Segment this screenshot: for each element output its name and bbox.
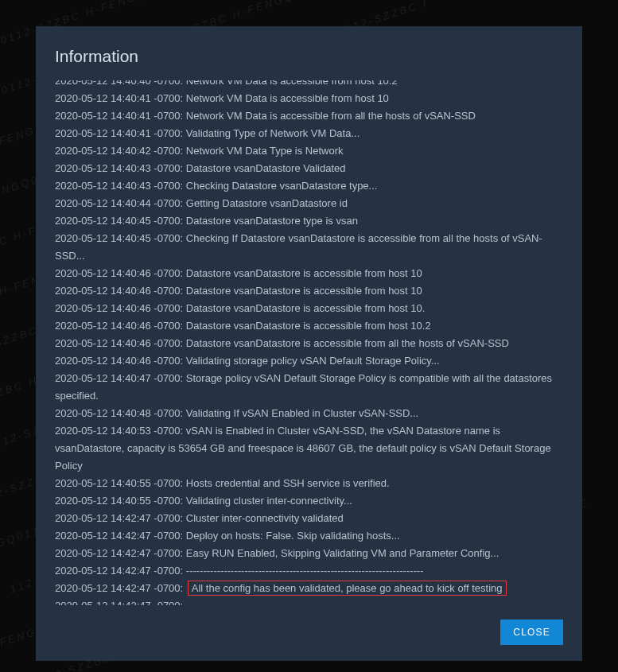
log-timestamp: 2020-05-12 14:40:43 -0700: [55, 162, 186, 174]
log-line: 2020-05-12 14:40:48 -0700: Validating If… [55, 405, 557, 422]
close-button[interactable]: CLOSE [500, 620, 563, 645]
log-line: 2020-05-12 14:40:41 -0700: Network VM Da… [55, 90, 557, 107]
log-line: 2020-05-12 14:40:47 -0700: Storage polic… [55, 370, 557, 405]
log-timestamp: 2020-05-12 14:42:47 -0700: [55, 512, 186, 524]
log-message: Datastore vsanDatastore is accessible fr… [186, 267, 422, 279]
log-timestamp: 2020-05-12 14:40:44 -0700: [55, 197, 186, 209]
log-message: Getting Datastore vsanDatastore id [186, 197, 348, 209]
log-timestamp: 2020-05-12 14:42:47 -0700: [55, 600, 186, 605]
log-timestamp: 2020-05-12 14:40:46 -0700: [55, 320, 186, 332]
log-line: 2020-05-12 14:40:40 -0700: Network VM Da… [55, 80, 557, 90]
log-timestamp: 2020-05-12 14:40:46 -0700: [55, 355, 186, 367]
log-timestamp: 2020-05-12 14:40:43 -0700: [55, 180, 186, 192]
log-line: 2020-05-12 14:40:46 -0700: Datastore vsa… [55, 300, 557, 317]
log-message: Network VM Data Type is Network [186, 145, 344, 157]
log-line: 2020-05-12 14:40:46 -0700: Datastore vsa… [55, 317, 557, 335]
log-timestamp: 2020-05-12 14:40:45 -0700: [55, 215, 186, 227]
log-message: Hosts credential and SSH service is veri… [186, 477, 390, 489]
log-timestamp: 2020-05-12 14:40:46 -0700: [55, 337, 186, 349]
log-timestamp: 2020-05-12 14:40:47 -0700: [55, 372, 186, 384]
log-timestamp: 2020-05-12 14:40:41 -0700: [55, 127, 186, 139]
log-timestamp: 2020-05-12 14:42:47 -0700: [55, 582, 186, 594]
log-message: Network VM Data is accessible from host … [186, 92, 389, 104]
log-line: 2020-05-12 14:40:41 -0700: Validating Ty… [55, 125, 557, 142]
log-timestamp: 2020-05-12 14:40:46 -0700: [55, 302, 186, 314]
log-line: 2020-05-12 14:40:53 -0700: vSAN is Enabl… [55, 422, 557, 475]
log-timestamp: 2020-05-12 14:40:55 -0700: [55, 477, 186, 489]
log-message: Datastore vsanDatastore is accessible fr… [186, 285, 422, 297]
log-timestamp: 2020-05-12 14:40:41 -0700: [55, 110, 186, 122]
log-timestamp: 2020-05-12 14:40:45 -0700: [55, 232, 186, 244]
log-line: 2020-05-12 14:40:46 -0700: Datastore vsa… [55, 282, 557, 300]
log-timestamp: 2020-05-12 14:40:46 -0700: [55, 267, 186, 279]
log-message: All the config has been validated, pleas… [188, 581, 507, 596]
log-timestamp: 2020-05-12 14:40:40 -0700: [55, 80, 186, 87]
log-message: Easy RUN Enabled, Skipping Validating VM… [186, 547, 499, 559]
log-message: ----------------------------------------… [186, 600, 424, 605]
log-message: Deploy on hosts: False. Skip validating … [186, 530, 400, 542]
log-output[interactable]: 2020-05-12 14:40:40 -0700: Network VM Da… [55, 80, 563, 605]
log-timestamp: 2020-05-12 14:40:41 -0700: [55, 92, 186, 104]
log-message: Datastore vsanDatastore Validated [186, 162, 346, 174]
log-line: 2020-05-12 14:40:45 -0700: Checking If D… [55, 230, 557, 265]
modal-title: Information [55, 47, 563, 66]
log-message: ----------------------------------------… [186, 565, 424, 577]
log-message: Validating Type of Network VM Data... [186, 127, 360, 139]
log-message: Datastore vsanDatastore is accessible fr… [186, 337, 509, 349]
log-line: 2020-05-12 14:40:46 -0700: Validating st… [55, 352, 557, 370]
log-line: 2020-05-12 14:42:47 -0700: -------------… [55, 597, 557, 605]
log-line: 2020-05-12 14:40:43 -0700: Datastore vsa… [55, 160, 557, 177]
log-message: Network VM Data is accessible from all t… [186, 110, 476, 122]
log-message: Datastore vsanDatastore is accessible fr… [186, 302, 426, 314]
information-modal: Information 2020-05-12 14:40:40 -0700: N… [36, 26, 582, 661]
log-message: Checking Datastore vsanDatastore type... [186, 180, 378, 192]
log-line: 2020-05-12 14:40:55 -0700: Validating cl… [55, 492, 557, 510]
log-line: 2020-05-12 14:40:41 -0700: Network VM Da… [55, 107, 557, 125]
log-timestamp: 2020-05-12 14:42:47 -0700: [55, 530, 186, 542]
modal-footer: CLOSE [55, 605, 563, 645]
log-message: Datastore vsanDatastore type is vsan [186, 215, 358, 227]
log-message: Validating If vSAN Enabled in Cluster vS… [186, 407, 418, 419]
log-line: 2020-05-12 14:40:46 -0700: Datastore vsa… [55, 265, 557, 282]
log-line: 2020-05-12 14:40:44 -0700: Getting Datas… [55, 195, 557, 212]
log-timestamp: 2020-05-12 14:40:46 -0700: [55, 285, 186, 297]
log-line: 2020-05-12 14:42:47 -0700: -------------… [55, 562, 557, 580]
log-timestamp: 2020-05-12 14:40:42 -0700: [55, 145, 186, 157]
log-timestamp: 2020-05-12 14:40:53 -0700: [55, 425, 186, 437]
log-timestamp: 2020-05-12 14:42:47 -0700: [55, 547, 186, 559]
log-message: Validating storage policy vSAN Default S… [186, 355, 440, 367]
log-line: 2020-05-12 14:40:55 -0700: Hosts credent… [55, 475, 557, 492]
log-message: Validating cluster inter-connectivity... [186, 495, 352, 507]
log-line: 2020-05-12 14:40:46 -0700: Datastore vsa… [55, 335, 557, 352]
log-message: Network VM Data is accessible from host … [186, 80, 398, 87]
log-line: 2020-05-12 14:40:42 -0700: Network VM Da… [55, 142, 557, 160]
log-line: 2020-05-12 14:42:47 -0700: Easy RUN Enab… [55, 545, 557, 562]
log-message: Cluster inter-connectivity validated [186, 512, 344, 524]
log-line: 2020-05-12 14:42:47 -0700: Deploy on hos… [55, 527, 557, 545]
log-line: 2020-05-12 14:42:47 -0700: All the confi… [55, 580, 557, 597]
log-line: 2020-05-12 14:40:43 -0700: Checking Data… [55, 177, 557, 195]
log-message: Datastore vsanDatastore is accessible fr… [186, 320, 431, 332]
log-timestamp: 2020-05-12 14:42:47 -0700: [55, 565, 186, 577]
log-timestamp: 2020-05-12 14:40:55 -0700: [55, 495, 186, 507]
log-timestamp: 2020-05-12 14:40:48 -0700: [55, 407, 186, 419]
log-line: 2020-05-12 14:42:47 -0700: Cluster inter… [55, 510, 557, 527]
log-line: 2020-05-12 14:40:45 -0700: Datastore vsa… [55, 212, 557, 230]
